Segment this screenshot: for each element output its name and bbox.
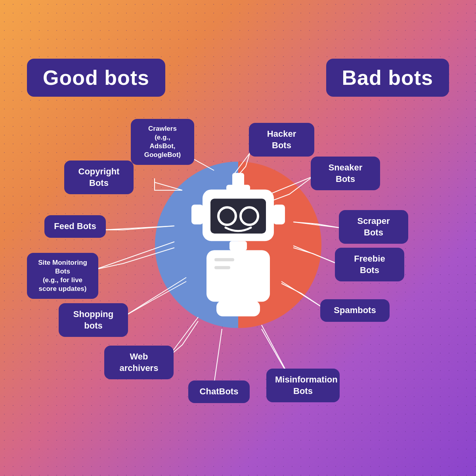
- card-spambots: Spambots: [320, 299, 390, 322]
- robot-illustration: [179, 169, 298, 319]
- card-hacker: Hacker Bots: [249, 123, 314, 157]
- card-freebie: Freebie Bots: [335, 248, 404, 281]
- good-bots-header: Good bots: [27, 59, 165, 97]
- card-feed: Feed Bots: [44, 215, 106, 238]
- svg-rect-22: [191, 205, 203, 224]
- svg-rect-28: [216, 300, 260, 316]
- card-monitoring: Site Monitoring Bots(e.g., for livescore…: [27, 253, 98, 299]
- card-copyright: Copyright Bots: [64, 161, 134, 194]
- svg-rect-27: [214, 266, 230, 269]
- svg-point-21: [245, 212, 253, 220]
- svg-point-19: [223, 212, 231, 220]
- card-misinfo: MisinformationBots: [266, 369, 340, 402]
- card-crawlers: Crawlers (e.g.,AdsBot, GoogleBot): [131, 119, 194, 165]
- svg-rect-25: [206, 250, 270, 302]
- card-archivers: Web archivers: [104, 346, 174, 379]
- svg-line-7: [214, 329, 222, 384]
- svg-rect-23: [273, 205, 285, 224]
- svg-rect-14: [232, 173, 244, 187]
- card-scraper: Scraper Bots: [339, 210, 408, 244]
- card-chatbots: ChatBots: [188, 380, 250, 403]
- svg-rect-26: [214, 258, 234, 261]
- card-sneaker: Sneaker Bots: [311, 157, 380, 190]
- svg-rect-24: [229, 241, 247, 250]
- card-shopping: Shopping bots: [59, 303, 128, 337]
- bad-bots-header: Bad bots: [326, 59, 449, 97]
- background: Good bots Bad bots: [0, 0, 476, 476]
